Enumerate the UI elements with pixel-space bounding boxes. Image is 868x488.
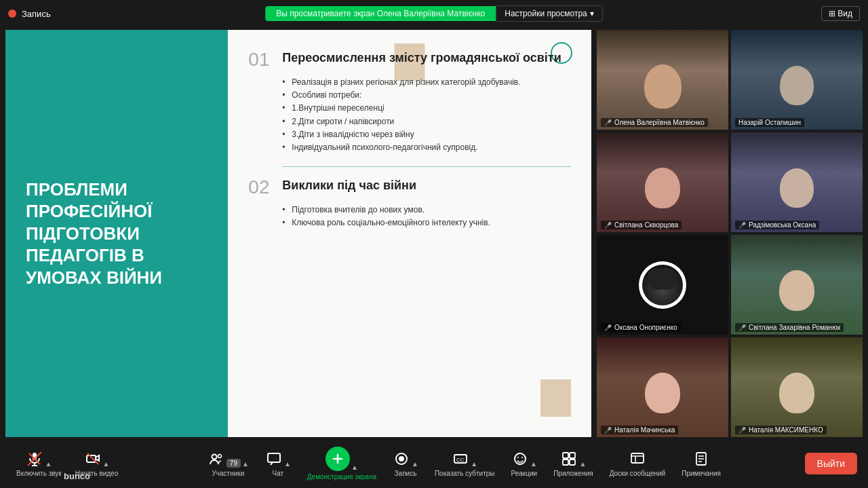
demo-label: Демонстрация экрана <box>307 473 376 481</box>
video-cell-5[interactable]: 🎤 Світлана Захарівна Романюк <box>731 235 863 335</box>
boards-label: Доски сообщений <box>610 470 666 477</box>
reactions-button[interactable]: ▲ Реакции <box>506 447 543 480</box>
svg-text:CC: CC <box>456 457 465 463</box>
mic-icon-5: 🎤 <box>738 324 746 331</box>
settings-button[interactable]: Настройки просмотра ▾ <box>496 5 603 22</box>
video-cell-0[interactable]: 🎤 Олена Валеріївна Матвієнко <box>597 30 728 130</box>
slide-divider <box>282 166 571 167</box>
video-feed-1 <box>731 30 863 130</box>
record-button[interactable]: ▲ Запись <box>387 447 424 480</box>
video-cell-3[interactable]: 🎤 Радзімовська Оксана <box>731 132 863 232</box>
toolbar: ▲ Включить звук ▲ Начать видео <box>0 439 868 488</box>
participants-label: Участники <box>212 470 244 477</box>
grid-icon: ⊞ <box>829 9 835 18</box>
bullet-item: 3.Діти з інвалідністю через війну <box>282 128 571 141</box>
video-feed-3 <box>731 132 863 232</box>
participants-count: 79 <box>226 459 241 468</box>
subtitles-button[interactable]: CC ▲ Показать субтитры <box>429 447 500 480</box>
view-button[interactable]: ⊞ Вид <box>821 6 860 21</box>
record-chevron: ▲ <box>412 460 418 468</box>
video-name-6: 🎤 Наталія Мачинська <box>601 426 678 434</box>
slide-left-panel: ПРОБЛЕМИ ПРОФЕСІЙНОЇ ПІДГОТОВКИ ПЕДАГОГІ… <box>5 30 228 437</box>
record-label: Запись <box>395 470 417 477</box>
slide-section-2-header: 02 Виклики під час війни <box>248 178 571 197</box>
branding-logo: bunco <box>64 471 90 481</box>
slide-main-title: ПРОБЛЕМИ ПРОФЕСІЙНОЇ ПІДГОТОВКИ ПЕДАГОГІ… <box>26 179 208 289</box>
video-name-7: 🎤 Наталія МАКСИМЕНКО <box>735 426 827 434</box>
video-name-3: 🎤 Радзімовська Оксана <box>735 221 819 229</box>
video-name-0: 🎤 Олена Валеріївна Матвієнко <box>601 118 708 127</box>
svg-rect-19 <box>570 459 575 465</box>
slide-right-panel: 01 Переосмислення змісту громадянської о… <box>228 30 591 437</box>
notes-label: Примечания <box>682 470 721 477</box>
video-icon <box>84 450 102 468</box>
video-feed-0 <box>597 30 728 130</box>
svg-point-6 <box>212 455 216 459</box>
demo-chevron: ▲ <box>351 464 358 471</box>
exit-button[interactable]: Выйти <box>805 453 857 474</box>
subtitles-chevron: ▲ <box>471 460 477 468</box>
video-chevron: ▲ <box>103 460 110 468</box>
video-feed-7 <box>731 337 863 437</box>
toolbar-right-group: Выйти <box>805 453 857 474</box>
bullet-item: Індивідуальний психолого-педагогічний су… <box>282 141 571 154</box>
video-feed-6 <box>597 337 728 437</box>
slide-section-2-title: Виклики під час війни <box>282 178 416 193</box>
svg-point-10 <box>399 456 404 462</box>
apps-button[interactable]: ▲ Приложения <box>548 447 599 480</box>
video-cell-6[interactable]: 🎤 Наталія Мачинська <box>597 337 728 437</box>
mic-icon-4: 🎤 <box>604 324 612 331</box>
reactions-icon <box>511 450 529 468</box>
mic-icon-0: 🎤 <box>604 119 612 126</box>
video-name-1: Назарій Остапишин <box>735 118 804 127</box>
bullet-item: Підготовка вчителів до нових умов. <box>282 204 571 217</box>
mic-button[interactable]: ▲ Включить звук <box>11 447 67 480</box>
screen-share-badge: Вы просматриваете экран Олена Валеріївна… <box>265 6 496 21</box>
slide-section-2-bullets: Підготовка вчителів до нових умов. Ключо… <box>282 204 571 229</box>
participants-button[interactable]: 79 ▲ Участники <box>202 447 254 480</box>
svg-rect-17 <box>570 453 575 458</box>
slide-number-2: 02 <box>248 178 273 197</box>
bullet-item: Ключова роль соціально-емоційного інтеле… <box>282 217 571 229</box>
svg-point-14 <box>517 457 519 458</box>
chat-icon <box>265 450 283 468</box>
video-cell-4[interactable]: 🎤 Оксана Оноприєнко <box>597 235 728 335</box>
notes-icon <box>692 450 710 468</box>
participants-chevron: ▲ <box>242 460 249 468</box>
video-grid: 🎤 Олена Валеріївна Матвієнко Назарій Ост… <box>597 30 863 437</box>
demo-button[interactable]: ▲ Демонстрация экрана <box>302 444 382 483</box>
slide-section-1: 01 Переосмислення змісту громадянської о… <box>248 50 571 154</box>
video-feed-2 <box>597 132 728 232</box>
participants-icon <box>208 450 225 468</box>
chat-label: Чат <box>273 470 284 477</box>
bullet-item: Реалізація в різних регіонах для різних … <box>282 76 571 89</box>
slide-section-2: 02 Виклики під час війни Підготовка вчит… <box>248 178 571 229</box>
svg-point-7 <box>218 455 221 458</box>
apps-icon <box>560 450 578 468</box>
slide-decoration-bottom <box>540 379 571 417</box>
video-cell-1[interactable]: Назарій Остапишин <box>731 30 863 130</box>
svg-rect-8 <box>268 453 280 462</box>
video-cell-2[interactable]: 🎤 Світлана Скворцова <box>597 132 728 232</box>
slide-section-1-bullets: Реалізація в різних регіонах для різних … <box>282 76 571 154</box>
record-status-dot <box>8 10 16 18</box>
mic-chevron: ▲ <box>45 460 52 468</box>
slide-section-1-title: Переосмислення змісту громадянської осві… <box>282 50 561 66</box>
video-name-2: 🎤 Світлана Скворцова <box>601 221 682 229</box>
mic-label: Включить звук <box>16 470 62 477</box>
svg-point-15 <box>521 457 523 458</box>
reactions-label: Реакции <box>511 470 538 477</box>
record-icon <box>393 450 410 468</box>
top-bar-right: ⊞ Вид <box>821 6 860 21</box>
mic-icon-2: 🎤 <box>604 222 612 229</box>
top-bar: Запись Вы просматриваете экран Олена Вал… <box>0 0 868 27</box>
demo-icon[interactable] <box>326 447 350 471</box>
main-content: ПРОБЛЕМИ ПРОФЕСІЙНОЇ ПІДГОТОВКИ ПЕДАГОГІ… <box>0 30 868 437</box>
top-bar-left: Запись <box>8 9 51 19</box>
boards-button[interactable]: Доски сообщений <box>604 447 671 480</box>
notes-button[interactable]: Примечания <box>676 447 726 480</box>
video-cell-7[interactable]: 🎤 Наталія МАКСИМЕНКО <box>731 337 863 437</box>
chat-button[interactable]: ▲ Чат <box>260 447 296 480</box>
toolbar-center-group: 79 ▲ Участники ▲ Чат <box>202 444 726 483</box>
mic-icon-6: 🎤 <box>604 427 612 434</box>
